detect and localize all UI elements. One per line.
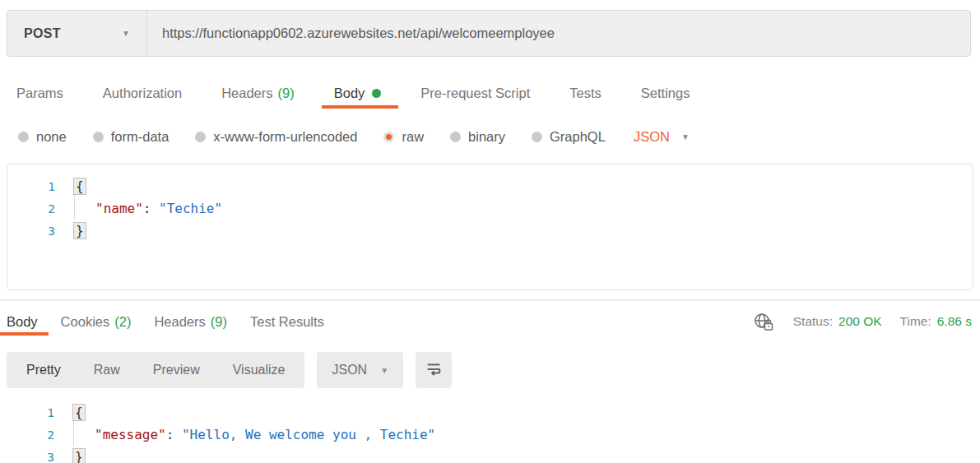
body-mode-binary[interactable]: binary: [450, 129, 505, 145]
chevron-down-icon: ▼: [380, 366, 388, 375]
body-mode-raw[interactable]: raw: [383, 129, 424, 145]
tab-authorization[interactable]: Authorization: [103, 78, 182, 109]
status-value: 200 OK: [838, 314, 882, 329]
close-brace: }: [72, 448, 86, 463]
view-tab-visualize[interactable]: Visualize: [233, 363, 286, 377]
tab-tests[interactable]: Tests: [569, 78, 601, 109]
code-line: 3 }: [7, 220, 973, 242]
line-number: 3: [7, 451, 54, 463]
tab-tests-label: Tests: [569, 86, 601, 101]
response-meta: Status: 200 OK Time: 6.86 s: [753, 308, 972, 336]
indent-guide: [73, 421, 74, 446]
chevron-down-icon: ▼: [122, 29, 130, 38]
tab-headers-label: Headers: [221, 86, 272, 101]
response-language-dropdown[interactable]: JSON ▼: [317, 352, 403, 388]
view-tab-raw[interactable]: Raw: [94, 363, 120, 377]
body-mode-graphql-label: GraphQL: [550, 129, 606, 145]
code-line: 2 "message": "Hello, We welcome you , Te…: [7, 424, 973, 446]
headers-count-badge: (9): [278, 86, 295, 101]
wrap-text-button[interactable]: [416, 352, 452, 388]
json-value: "Hello, We welcome you , Techie": [182, 427, 435, 442]
body-mode-urlencoded[interactable]: x-www-form-urlencoded: [195, 129, 357, 145]
response-tab-headers-label: Headers: [154, 314, 205, 330]
body-mode-urlencoded-label: x-www-form-urlencoded: [213, 129, 357, 145]
request-language-dropdown[interactable]: JSON ▼: [634, 129, 690, 145]
status-label: Status:: [793, 314, 833, 329]
method-dropdown[interactable]: POST ▼: [7, 11, 147, 56]
response-tab-body[interactable]: Body: [7, 308, 38, 336]
response-language-label: JSON: [332, 363, 367, 377]
tab-settings[interactable]: Settings: [641, 78, 690, 109]
view-tab-pretty[interactable]: Pretty: [26, 363, 61, 377]
line-number: 2: [7, 428, 54, 442]
close-brace: }: [73, 222, 86, 239]
time-label: Time:: [900, 314, 931, 329]
indent-guide: [74, 195, 75, 220]
response-toolbar: Pretty Raw Preview Visualize JSON ▼: [7, 352, 452, 388]
radio-icon: [450, 132, 461, 142]
response-tab-test-results-label: Test Results: [250, 314, 324, 330]
open-brace: {: [73, 178, 86, 195]
json-separator: :: [143, 201, 159, 216]
tab-pre-request-label: Pre-request Script: [420, 86, 530, 101]
code-line: 2 "name": "Techie": [7, 197, 973, 220]
body-mode-row: none form-data x-www-form-urlencoded raw…: [0, 123, 980, 151]
network-globe-lock-icon[interactable]: [753, 312, 775, 331]
code-line: 1 {: [7, 175, 973, 197]
tab-pre-request-script[interactable]: Pre-request Script: [420, 78, 530, 109]
body-mode-binary-label: binary: [468, 129, 505, 145]
response-view-switcher: Pretty Raw Preview Visualize: [7, 352, 304, 388]
json-separator: :: [166, 427, 182, 442]
radio-selected-icon: [383, 132, 394, 142]
response-tabs: Body Cookies (2) Headers (9) Test Result…: [0, 308, 347, 336]
open-brace: {: [72, 404, 86, 421]
json-key: "name": [95, 201, 143, 216]
tab-params[interactable]: Params: [16, 78, 63, 109]
radio-icon: [93, 132, 104, 142]
response-tab-test-results[interactable]: Test Results: [250, 308, 324, 336]
radio-icon: [18, 132, 29, 142]
tab-body-label: Body: [334, 86, 365, 101]
body-mode-none[interactable]: none: [18, 129, 67, 145]
section-divider: [0, 299, 980, 301]
cookies-count-badge: (2): [114, 314, 131, 330]
request-language-label: JSON: [634, 129, 670, 145]
json-value: "Techie": [159, 201, 222, 216]
response-tab-body-label: Body: [7, 314, 38, 330]
tab-headers[interactable]: Headers (9): [221, 78, 295, 109]
tab-body[interactable]: Body: [334, 78, 382, 109]
view-tab-preview[interactable]: Preview: [153, 363, 200, 377]
body-content-dot-icon: [372, 89, 381, 98]
tab-settings-label: Settings: [641, 86, 690, 101]
line-number: 2: [7, 202, 55, 215]
postman-request-view: POST ▼ https://functionapp0602.azurewebs…: [0, 0, 980, 463]
request-tabs: Params Authorization Headers (9) Body Pr…: [0, 78, 980, 109]
response-tab-cookies[interactable]: Cookies (2): [61, 308, 132, 336]
line-number: 3: [7, 225, 55, 238]
json-key: "message": [95, 427, 166, 442]
response-body-viewer: 1 { 2 "message": "Hello, We welcome you …: [7, 395, 973, 463]
body-mode-none-label: none: [36, 129, 67, 145]
radio-icon: [532, 132, 542, 142]
tab-authorization-label: Authorization: [103, 86, 182, 101]
code-line: 1 {: [7, 401, 973, 424]
response-tab-cookies-label: Cookies: [61, 314, 110, 330]
active-tab-underline: [322, 105, 399, 109]
response-headers-count-badge: (9): [211, 314, 227, 330]
line-number: 1: [7, 406, 54, 419]
body-mode-raw-label: raw: [402, 129, 424, 145]
code-line: 3 }: [7, 446, 973, 463]
body-mode-graphql[interactable]: GraphQL: [532, 129, 606, 145]
body-mode-form-data-label: form-data: [111, 129, 170, 145]
url-input[interactable]: https://functionapp0602.azurewebsites.ne…: [147, 25, 970, 41]
tab-params-label: Params: [16, 86, 63, 101]
time-value: 6.86 s: [937, 314, 972, 329]
radio-icon: [195, 132, 206, 142]
response-tab-headers[interactable]: Headers (9): [154, 308, 227, 336]
url-bar: POST ▼ https://functionapp0602.azurewebs…: [7, 10, 971, 57]
active-tab-underline: [0, 332, 49, 336]
request-body-editor[interactable]: 1 { 2 "name": "Techie" 3 }: [7, 164, 973, 290]
body-mode-form-data[interactable]: form-data: [93, 129, 170, 145]
method-label: POST: [24, 26, 61, 41]
line-number: 1: [7, 180, 55, 193]
